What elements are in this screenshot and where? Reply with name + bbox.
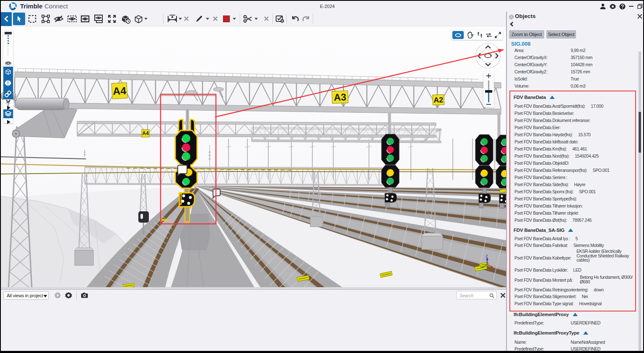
svg-text:Z: Z <box>486 254 488 258</box>
svg-text:A2: A2 <box>434 96 444 104</box>
svg-text:A4: A4 <box>112 85 126 97</box>
svg-text:A4: A4 <box>142 130 149 136</box>
svg-text:A3: A3 <box>334 91 346 103</box>
